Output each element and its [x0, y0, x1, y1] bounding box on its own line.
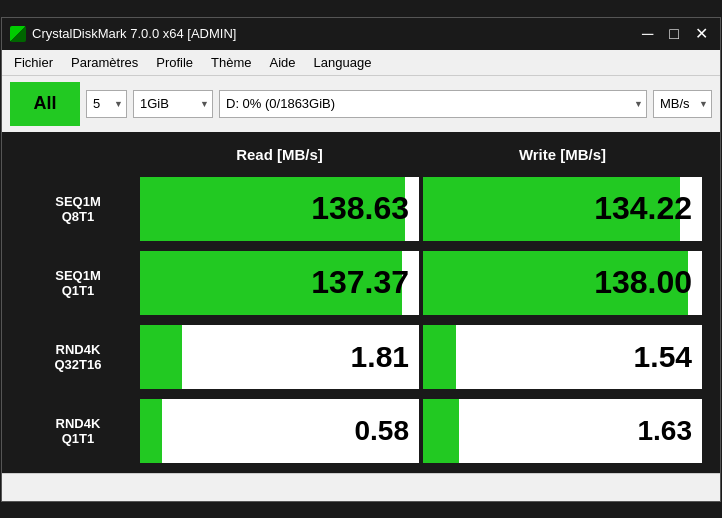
table-row: SEQ1MQ8T1 138.63 134.22: [10, 173, 712, 245]
write-cell-rnd4k-q1t1: 1.63: [423, 399, 702, 463]
read-cell-rnd4k-q1t1: 0.58: [140, 399, 419, 463]
row-label-rnd4k-q32t16: RND4KQ32T16: [18, 323, 138, 391]
write-value-seq1m-q8t1: 134.22: [594, 190, 692, 227]
write-value-rnd4k-q1t1: 1.63: [638, 415, 693, 447]
menu-aide[interactable]: Aide: [262, 52, 304, 73]
toolbar: All 1 3 5 10 512MiB 1GiB 2GiB 4GiB 8GiB …: [2, 76, 720, 132]
menu-fichier[interactable]: Fichier: [6, 52, 61, 73]
table-row: SEQ1MQ1T1 137.37 138.00: [10, 247, 712, 319]
bottom-bar: [2, 473, 720, 501]
title-bar: CrystalDiskMark 7.0.0 x64 [ADMIN] ─ □ ✕: [2, 18, 720, 50]
size-wrapper: 512MiB 1GiB 2GiB 4GiB 8GiB 16GiB: [133, 90, 213, 118]
write-cell-seq1m-q8t1: 134.22: [423, 177, 702, 241]
read-cell-rnd4k-q32t16: 1.81: [140, 325, 419, 389]
window-title: CrystalDiskMark 7.0.0 x64 [ADMIN]: [32, 26, 236, 41]
read-bar-rnd4k-q1t1: [140, 399, 162, 463]
drive-select[interactable]: D: 0% (0/1863GiB): [219, 90, 647, 118]
write-value-rnd4k-q32t16: 1.54: [634, 340, 692, 374]
close-button[interactable]: ✕: [691, 24, 712, 43]
read-cell-seq1m-q1t1: 137.37: [140, 251, 419, 315]
read-bar-rnd4k-q32t16: [140, 325, 182, 389]
menu-language[interactable]: Language: [306, 52, 380, 73]
main-window: CrystalDiskMark 7.0.0 x64 [ADMIN] ─ □ ✕ …: [1, 17, 721, 502]
title-bar-left: CrystalDiskMark 7.0.0 x64 [ADMIN]: [10, 26, 236, 42]
bench-header: Read [MB/s] Write [MB/s]: [10, 136, 712, 173]
minimize-button[interactable]: ─: [638, 25, 657, 43]
header-write: Write [MB/s]: [421, 140, 704, 169]
unit-select[interactable]: MB/s MiB/s GB/s GiB/s: [653, 90, 712, 118]
unit-wrapper: MB/s MiB/s GB/s GiB/s: [653, 90, 712, 118]
maximize-button[interactable]: □: [665, 25, 683, 43]
write-cell-seq1m-q1t1: 138.00: [423, 251, 702, 315]
row-label-rnd4k-q1t1: RND4KQ1T1: [18, 397, 138, 465]
header-read: Read [MB/s]: [138, 140, 421, 169]
content-area: Read [MB/s] Write [MB/s] SEQ1MQ8T1 138.6…: [2, 132, 720, 473]
read-value-rnd4k-q1t1: 0.58: [355, 415, 410, 447]
read-value-rnd4k-q32t16: 1.81: [351, 340, 409, 374]
read-value-seq1m-q1t1: 137.37: [311, 264, 409, 301]
app-icon: [10, 26, 26, 42]
write-bar-rnd4k-q32t16: [423, 325, 456, 389]
passes-wrapper: 1 3 5 10: [86, 90, 127, 118]
write-cell-rnd4k-q32t16: 1.54: [423, 325, 702, 389]
row-label-seq1m-q1t1: SEQ1MQ1T1: [18, 249, 138, 317]
size-select[interactable]: 512MiB 1GiB 2GiB 4GiB 8GiB 16GiB: [133, 90, 213, 118]
menu-theme[interactable]: Thème: [203, 52, 259, 73]
table-row: RND4KQ32T16 1.81 1.54: [10, 321, 712, 393]
read-value-seq1m-q8t1: 138.63: [311, 190, 409, 227]
drive-wrapper: D: 0% (0/1863GiB): [219, 90, 647, 118]
menu-parametres[interactable]: Paramètres: [63, 52, 146, 73]
title-bar-controls: ─ □ ✕: [638, 24, 712, 43]
menu-bar: Fichier Paramètres Profile Thème Aide La…: [2, 50, 720, 76]
write-value-seq1m-q1t1: 138.00: [594, 264, 692, 301]
table-row: RND4KQ1T1 0.58 1.63: [10, 395, 712, 467]
row-label-seq1m-q8t1: SEQ1MQ8T1: [18, 175, 138, 243]
header-label: [18, 140, 138, 169]
menu-profile[interactable]: Profile: [148, 52, 201, 73]
read-cell-seq1m-q8t1: 138.63: [140, 177, 419, 241]
all-button[interactable]: All: [10, 82, 80, 126]
write-bar-rnd4k-q1t1: [423, 399, 459, 463]
passes-select[interactable]: 1 3 5 10: [86, 90, 127, 118]
